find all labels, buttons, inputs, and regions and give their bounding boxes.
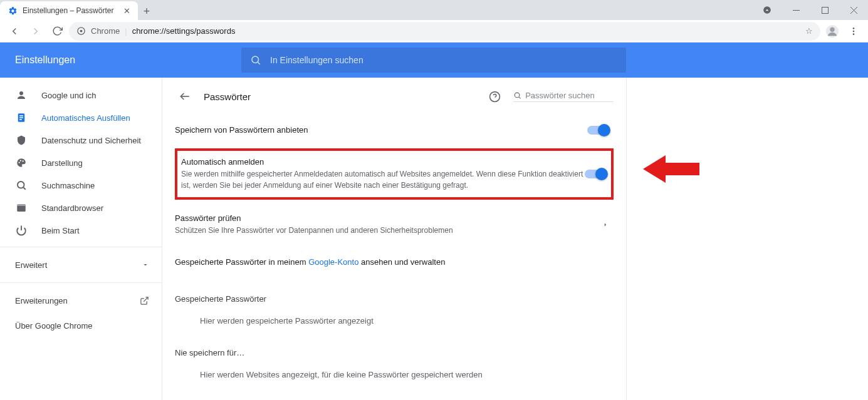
svg-point-31 bbox=[515, 93, 520, 98]
offer-save-label: Speichern von Passwörtern anbieten bbox=[175, 125, 587, 135]
sidebar-item-label: Google und ich bbox=[41, 91, 96, 100]
url-path: chrome://settings/passwords bbox=[132, 26, 236, 36]
settings-main: Passwörter Speichern von Passwörtern anb… bbox=[162, 78, 627, 400]
svg-line-13 bbox=[258, 62, 259, 64]
svg-point-8 bbox=[830, 27, 834, 31]
sidebar-item-label: Standardbrowser bbox=[41, 203, 103, 213]
check-passwords-desc: Schützen Sie Ihre Passwörter vor Datenpa… bbox=[175, 225, 602, 236]
svg-point-20 bbox=[20, 160, 21, 162]
check-passwords-row[interactable]: Passwörter prüfen Schützen Sie Ihre Pass… bbox=[175, 203, 614, 246]
auto-signin-title: Automatisch anmelden bbox=[181, 157, 585, 167]
external-link-icon bbox=[140, 296, 149, 305]
sidebar-advanced[interactable]: Erweitert bbox=[0, 252, 162, 277]
google-account-link-row: Gespeicherte Passwörter in meinem Google… bbox=[175, 246, 614, 278]
sidebar-item-search[interactable]: Suchmaschine bbox=[0, 174, 162, 197]
sidebar-item-label: Datenschutz und Sicherheit bbox=[41, 136, 141, 145]
bookmark-star-icon[interactable]: ☆ bbox=[805, 26, 813, 36]
chevron-right-icon bbox=[602, 222, 609, 228]
sidebar-item-label: Suchmaschine bbox=[41, 181, 95, 190]
gear-icon bbox=[8, 6, 18, 16]
search-icon bbox=[513, 91, 521, 100]
new-tab-button[interactable]: + bbox=[138, 3, 155, 20]
tab-title: Einstellungen – Passwörter bbox=[23, 6, 118, 15]
sidebar-item-label: Beim Start bbox=[41, 226, 80, 235]
search-icon bbox=[15, 179, 28, 192]
page-title: Passwörter bbox=[204, 91, 476, 102]
offer-save-row: Speichern von Passwörtern anbieten bbox=[175, 115, 614, 145]
svg-rect-16 bbox=[19, 115, 23, 116]
saved-passwords-title: Gespeicherte Passwörter bbox=[175, 294, 614, 304]
svg-point-9 bbox=[853, 28, 855, 29]
browser-tab[interactable]: Einstellungen – Passwörter ✕ bbox=[0, 1, 138, 20]
help-button[interactable] bbox=[484, 86, 505, 106]
google-account-link[interactable]: Google-Konto bbox=[308, 257, 358, 267]
browser-icon bbox=[15, 202, 28, 214]
sidebar-item-label: Automatisches Ausfüllen bbox=[41, 113, 130, 123]
check-passwords-title: Passwörter prüfen bbox=[175, 213, 602, 223]
settings-search-input[interactable] bbox=[270, 55, 617, 65]
browser-tab-strip: Einstellungen – Passwörter ✕ + bbox=[0, 0, 868, 20]
browser-menu-icon[interactable] bbox=[844, 22, 863, 41]
settings-sidebar: Google und ich Automatisches Ausfüllen D… bbox=[0, 78, 162, 400]
back-button[interactable] bbox=[5, 22, 24, 41]
google-account-link-post: ansehen und verwalten bbox=[358, 257, 445, 267]
settings-header: Einstellungen bbox=[0, 43, 868, 78]
chevron-down-icon bbox=[142, 261, 149, 269]
svg-line-32 bbox=[519, 97, 520, 98]
google-account-link-pre: Gespeicherte Passwörter in meinem bbox=[175, 257, 308, 267]
chrome-icon bbox=[76, 26, 86, 36]
password-search[interactable] bbox=[513, 91, 614, 102]
password-search-input[interactable] bbox=[525, 91, 614, 100]
auto-signin-row: Automatisch anmelden Sie werden mithilfe… bbox=[181, 157, 606, 191]
sidebar-about-label: Über Google Chrome bbox=[15, 321, 93, 331]
auto-signin-toggle[interactable] bbox=[585, 170, 606, 178]
window-controls bbox=[753, 0, 868, 20]
settings-search[interactable] bbox=[241, 48, 626, 73]
page-back-button[interactable] bbox=[175, 86, 195, 106]
search-icon bbox=[250, 54, 261, 66]
sidebar-item-google[interactable]: Google und ich bbox=[0, 84, 162, 106]
sidebar-item-default-browser[interactable]: Standardbrowser bbox=[0, 197, 162, 219]
sidebar-item-privacy[interactable]: Datenschutz und Sicherheit bbox=[0, 129, 162, 151]
svg-rect-25 bbox=[17, 204, 26, 206]
saved-passwords-empty: Hier werden gespeicherte Passwörter ange… bbox=[175, 304, 614, 332]
svg-point-6 bbox=[80, 30, 83, 33]
svg-rect-2 bbox=[822, 7, 828, 13]
close-window-button[interactable] bbox=[839, 0, 868, 20]
sidebar-item-onstartup[interactable]: Beim Start bbox=[0, 219, 162, 242]
svg-rect-18 bbox=[19, 119, 22, 120]
app-title: Einstellungen bbox=[0, 54, 241, 66]
maximize-button[interactable] bbox=[810, 0, 839, 20]
shield-icon bbox=[15, 134, 28, 146]
sidebar-extensions[interactable]: Erweiterungen bbox=[0, 288, 162, 313]
never-save-title: Nie speichern für… bbox=[175, 348, 614, 357]
svg-rect-1 bbox=[793, 10, 800, 11]
auto-signin-highlight: Automatisch anmelden Sie werden mithilfe… bbox=[175, 148, 614, 200]
close-icon[interactable]: ✕ bbox=[123, 6, 130, 16]
browser-toolbar: Chrome | chrome://settings/passwords ☆ bbox=[0, 20, 868, 43]
palette-icon bbox=[15, 156, 28, 169]
sidebar-item-autofill[interactable]: Automatisches Ausfüllen bbox=[0, 106, 162, 129]
sidebar-extensions-label: Erweiterungen bbox=[15, 296, 68, 305]
sidebar-about[interactable]: Über Google Chrome bbox=[0, 313, 162, 338]
auto-signin-desc: Sie werden mithilfe gespeicherter Anmeld… bbox=[181, 168, 585, 191]
address-bar[interactable]: Chrome | chrome://settings/passwords ☆ bbox=[69, 22, 820, 41]
sidebar-item-label: Darstellung bbox=[41, 158, 83, 168]
minimize-button[interactable] bbox=[782, 0, 810, 20]
never-save-empty: Hier werden Websites angezeigt, für die … bbox=[175, 357, 614, 386]
reload-button[interactable] bbox=[48, 22, 66, 41]
sidebar-item-appearance[interactable]: Darstellung bbox=[0, 151, 162, 174]
offer-save-toggle[interactable] bbox=[587, 126, 609, 135]
svg-point-12 bbox=[252, 56, 259, 63]
svg-line-27 bbox=[144, 297, 148, 301]
sidebar-advanced-label: Erweitert bbox=[15, 260, 47, 270]
clipboard-icon bbox=[15, 111, 28, 124]
svg-point-22 bbox=[18, 182, 24, 188]
svg-line-23 bbox=[23, 187, 25, 189]
forward-button[interactable] bbox=[26, 22, 45, 41]
person-icon bbox=[15, 89, 28, 101]
profile-avatar[interactable] bbox=[823, 22, 842, 41]
account-icon[interactable] bbox=[753, 0, 782, 20]
svg-point-19 bbox=[19, 162, 20, 163]
svg-point-14 bbox=[19, 91, 23, 95]
